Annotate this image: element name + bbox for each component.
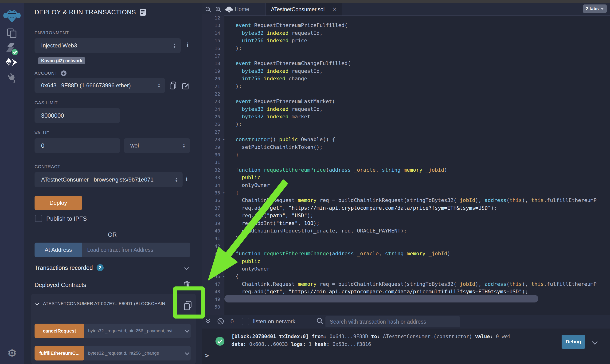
zoom-out-icon[interactable] (205, 6, 212, 13)
code-line: Chainlink.Request memory req = buildChai… (229, 280, 610, 288)
window-top-strip (0, 0, 610, 3)
trash-icon[interactable] (184, 281, 190, 288)
gutter-line: 34 (202, 182, 225, 189)
gutter-line: 15 (202, 37, 225, 44)
publish-ipfs-label: Publish to IPFS (46, 215, 87, 222)
fold-caret-icon[interactable]: ▾ (223, 273, 225, 280)
gutter-line: 48 (202, 288, 225, 295)
terminal: 0 listen on network Search with transact… (202, 315, 610, 364)
log-line: data: 0x608...60033 logs: 1 hash: 0x53c.… (231, 340, 511, 348)
gutter-line: 23 (202, 98, 225, 105)
fold-caret-icon[interactable]: ▾ (223, 189, 225, 196)
listen-network-checkbox[interactable] (242, 318, 249, 325)
select-arrows-icon: ▲▼ (158, 83, 160, 88)
deployed-contract-header[interactable]: ATESTNETCONSUMER AT 0X7E7...E80D1 (BLOCK… (36, 301, 176, 306)
activity-bar: ⚙ (0, 3, 24, 364)
select-arrows-icon: ▲▼ (182, 143, 186, 148)
contract-select[interactable]: ATestnetConsumer - browser/gists/9b71e07… (35, 172, 183, 187)
clear-console-icon[interactable] (217, 317, 225, 325)
gutter-line: 36 (202, 196, 225, 204)
gutter-line: 50 (202, 303, 225, 311)
gutter-line: 19 (202, 67, 225, 75)
contract-info-icon[interactable]: i (186, 175, 188, 183)
contract-value: ATestnetConsumer - browser/gists/9b71e07… (41, 176, 153, 183)
solidity-compiler-icon[interactable] (0, 42, 24, 56)
remix-globe-icon[interactable] (225, 6, 233, 13)
value-amount: 0 (41, 142, 44, 149)
at-address-button[interactable]: At Address (35, 243, 82, 257)
environment-info-icon[interactable]: i (187, 41, 189, 49)
transaction-log[interactable]: [block:20780401 txIndex:0] from: 0x643..… (231, 333, 511, 348)
deploy-run-icon[interactable] (0, 57, 24, 69)
account-select[interactable]: 0x643...9F88D (1.666673996 ether) ▲▼ (35, 78, 165, 93)
value-input[interactable]: 0 (35, 138, 120, 153)
code-line: event RequestEthereumLastMarket( (229, 98, 610, 105)
copy-contract-address-icon[interactable] (184, 300, 192, 311)
debug-button[interactable]: Debug (562, 335, 585, 349)
cancelrequest-params-input[interactable]: bytes32 _requestId, uint256 _payment, by… (84, 324, 191, 338)
zoom-in-icon[interactable] (215, 6, 222, 13)
environment-select[interactable]: Injected Web3 ▲▼ (35, 38, 181, 53)
gutter-line: 20 (202, 75, 225, 82)
gutter-line: 37 (202, 204, 225, 212)
transactions-chevron-down-icon[interactable] (184, 265, 189, 270)
fulfillethereumchange-params-input[interactable]: bytes32 _requestId, int256 _change (84, 346, 191, 361)
deploy-button[interactable]: Deploy (35, 196, 82, 210)
code-line: req.addInt("times", 100); (229, 220, 610, 227)
code-line: uint256 indexed price (229, 37, 610, 44)
transactions-recorded-row[interactable]: Transactions recorded 2 (35, 264, 104, 271)
code-line: onlyOwner (229, 182, 610, 189)
tab-atestnetconsumer[interactable]: ATestnetConsumer.sol ✕ (265, 3, 342, 15)
code-line: constructor() public Ownable() { (229, 136, 610, 143)
gutter-line: 24 (202, 105, 225, 113)
copy-account-icon[interactable] (169, 81, 176, 90)
gas-limit-input[interactable]: 3000000 (35, 108, 120, 123)
add-account-icon[interactable] (61, 70, 67, 76)
file-explorer-icon[interactable] (0, 27, 24, 39)
code-line (229, 303, 610, 311)
gutter-line: 40 (202, 227, 225, 234)
edit-account-icon[interactable] (182, 82, 189, 90)
close-tab-icon[interactable]: ✕ (332, 6, 337, 13)
publish-ipfs-checkbox[interactable] (35, 215, 42, 222)
code-line: } (229, 151, 610, 158)
gas-limit-value: 3000000 (41, 112, 64, 119)
horizontal-scrollbar[interactable] (225, 295, 538, 302)
at-address-input[interactable]: Load contract from Address (87, 243, 153, 257)
code-line: event RequestEthereumChangeFulfilled( (229, 60, 610, 67)
code-line: function requestEthereumChange(address _… (229, 250, 610, 257)
expand-terminal-icon[interactable] (206, 317, 210, 323)
gutter-line: 27 (202, 128, 225, 136)
gutter-line: 31 (202, 158, 225, 166)
terminal-search-input[interactable]: Search with transaction hash or address (325, 316, 460, 327)
gutter-line: 39 (202, 220, 225, 227)
code-line: { (229, 273, 610, 280)
code-line: req.add("get", "https://min-api.cryptoco… (229, 204, 610, 212)
network-badge: Kovan (42) network (38, 57, 85, 64)
tabs-count-dropdown[interactable]: 2 tabs (583, 4, 607, 13)
gutter-line: 32 (202, 166, 225, 174)
code-line: bytes32 indexed requestId, (229, 105, 610, 113)
document-icon[interactable] (140, 8, 146, 16)
remix-logo-icon[interactable] (0, 7, 24, 24)
contract-expand-chevron-icon[interactable] (36, 301, 40, 306)
gutter-line: 26 (202, 120, 225, 128)
tab-home[interactable]: Home (235, 3, 249, 15)
gutter-line: 44 (202, 258, 225, 265)
fulfillethereumchange-button[interactable]: fulfillEthereumC... (35, 346, 84, 361)
transactions-count-badge: 2 (97, 264, 104, 271)
plugin-manager-icon[interactable] (0, 72, 24, 84)
fold-caret-icon[interactable]: ▾ (223, 136, 225, 143)
account-value: 0x643...9F88D (1.666673996 ether) (41, 82, 131, 89)
log-expand-chevron-icon[interactable] (592, 339, 597, 345)
gutter-line: 49 (202, 295, 225, 303)
contract-label: CONTRACT (35, 164, 60, 169)
gutter-line: 46▾ (202, 273, 225, 280)
cancelrequest-button[interactable]: cancelRequest (35, 324, 84, 338)
settings-gear-icon[interactable]: ⚙ (0, 346, 24, 360)
terminal-prompt[interactable]: > (205, 352, 209, 359)
gutter-line: 29 (202, 143, 225, 151)
code-editor: Home ATestnetConsumer.sol ✕ 2 tabs 12131… (202, 3, 610, 315)
value-unit-select[interactable]: wei ▲▼ (124, 138, 190, 153)
editor-code-area[interactable]: event RequestEthereumPriceFulfilled( byt… (229, 14, 610, 315)
